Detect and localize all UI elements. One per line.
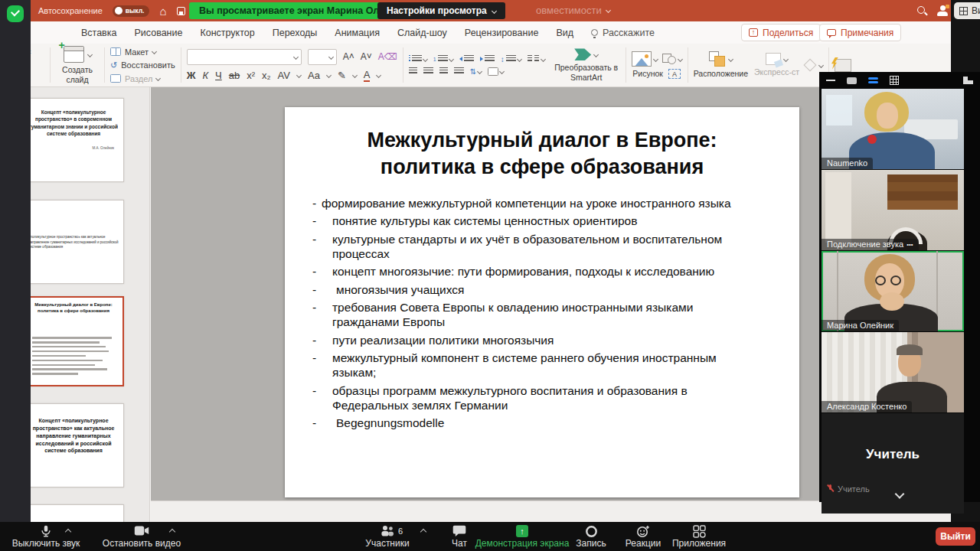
underline-button[interactable]: Ч	[215, 70, 222, 81]
divider	[688, 47, 688, 83]
section-button[interactable]: Раздел	[110, 74, 175, 83]
smartart-button[interactable]: Преобразовать в SmartArt	[553, 48, 620, 81]
speaker-view-icon[interactable]	[847, 77, 857, 84]
divider	[626, 47, 626, 83]
align-left-button[interactable]	[409, 67, 417, 75]
reset-button[interactable]: ↺ Восстановить	[110, 60, 175, 70]
copy-icon[interactable]: ⧉	[31, 60, 44, 70]
increase-indent-button[interactable]	[480, 55, 495, 63]
bold-button[interactable]: Ж	[187, 70, 196, 81]
tab-view[interactable]: Вид	[556, 28, 573, 38]
current-slide[interactable]: Межкультурный диалог в Европе: политика …	[285, 107, 799, 497]
stop-video-button[interactable]: Остановить видео	[92, 522, 191, 551]
popout-panel-icon[interactable]	[963, 77, 973, 84]
tab-draw[interactable]: Рисование	[134, 28, 182, 38]
insert-shape-button[interactable]	[662, 54, 682, 64]
share-button[interactable]: ↑ Поделиться	[741, 24, 821, 41]
reset-icon: ↺	[110, 60, 117, 70]
shrink-font-button[interactable]: A˅	[361, 51, 372, 62]
minimize-icon[interactable]	[826, 80, 835, 81]
share-icon: ↑	[749, 28, 758, 37]
video-tile-marina-oleynik[interactable]: Марина Олейник	[822, 251, 964, 331]
thumbnail-slide-1[interactable]: Концепт «поликультурное пространство» в …	[31, 98, 124, 182]
arrange-button[interactable]: Расположение	[694, 51, 748, 78]
home-icon[interactable]: ⌂	[159, 5, 166, 17]
align-right-button[interactable]	[439, 67, 448, 75]
cut-icon[interactable]: ✂	[31, 47, 44, 57]
thumbnail-slide-2[interactable]: «поликультурное пространство» как актуал…	[31, 200, 124, 284]
superscript-button[interactable]: x²	[247, 70, 255, 81]
apps-button[interactable]: Приложения	[671, 522, 727, 551]
tab-animations[interactable]: Анимация	[335, 28, 380, 38]
share-screen-button[interactable]: ↑ Демонстрация экрана	[469, 522, 576, 551]
align-text-button[interactable]	[488, 67, 504, 76]
strikethrough-button[interactable]: ab	[229, 70, 240, 81]
quick-styles-button[interactable]: Экспресс-ст	[754, 53, 799, 77]
textbox-button[interactable]: A	[668, 69, 681, 79]
shield-check-icon[interactable]	[7, 5, 24, 22]
thumbnail-slide-3-selected[interactable]: Межкультурный диалог в Европе: политика …	[31, 296, 124, 386]
tab-design[interactable]: Конструктор	[200, 28, 254, 38]
gallery-view-icon[interactable]	[868, 77, 878, 84]
tab-transitions[interactable]: Переходы	[273, 28, 318, 38]
chevron-down-icon	[326, 72, 332, 77]
view-settings-button[interactable]: Настройки просмотра	[377, 2, 505, 19]
font-name-select[interactable]	[187, 49, 302, 65]
tell-me-button[interactable]: Расскажите	[591, 28, 655, 38]
share-label: Поделиться	[763, 28, 813, 38]
title-dropdown-icon	[606, 8, 611, 13]
tab-insert[interactable]: Вставка	[81, 28, 116, 38]
leave-meeting-button[interactable]: Выйти	[936, 527, 975, 546]
chevron-down-icon	[352, 72, 358, 77]
change-case-button[interactable]: Aa	[308, 70, 320, 81]
format-painter-icon[interactable]: ✎	[31, 73, 44, 83]
line-spacing-button[interactable]: ↕	[501, 55, 521, 64]
bullets-button[interactable]	[409, 55, 427, 63]
video-options-chevron-icon[interactable]	[169, 529, 175, 535]
highlight-pen-icon[interactable]: ✎	[338, 70, 346, 81]
search-icon[interactable]	[917, 6, 927, 16]
save-icon[interactable]	[177, 7, 185, 15]
new-slide-button[interactable]: + Создать слайд	[56, 46, 99, 83]
tab-review[interactable]: Рецензирование	[465, 28, 539, 38]
participants-chevron-icon[interactable]	[420, 529, 426, 535]
italic-button[interactable]: К	[202, 70, 208, 81]
decrease-indent-button[interactable]	[459, 55, 474, 63]
thumbnail-title: Концепт «поликультурное пространство» ка…	[31, 417, 120, 455]
thumbnail-slide-5[interactable]	[31, 504, 124, 522]
text-direction-button[interactable]: ⇅	[470, 67, 482, 76]
mute-button[interactable]: Выключить звук	[0, 522, 92, 551]
layout-button[interactable]: Макет	[110, 47, 175, 57]
numbering-button[interactable]: 1	[433, 55, 453, 63]
align-justify-button[interactable]	[454, 67, 464, 75]
insert-picture-button[interactable]	[632, 51, 658, 67]
columns-button[interactable]	[528, 55, 545, 63]
designer-button[interactable]	[835, 59, 851, 72]
bullet-dash: -	[312, 196, 322, 211]
shape-fill-button[interactable]	[805, 60, 823, 70]
participants-button[interactable]: Участники 6	[349, 522, 426, 551]
font-size-select[interactable]	[308, 49, 337, 65]
align-center-button[interactable]	[423, 67, 433, 75]
tab-slideshow[interactable]: Слайд-шоу	[397, 28, 447, 38]
thumbnail-slide-4[interactable]: Концепт «поликультурное пространство» ка…	[31, 403, 124, 487]
grid-view-icon[interactable]	[890, 76, 899, 85]
record-button[interactable]: Запись	[568, 522, 614, 551]
zoom-view-button[interactable]: Вид	[954, 2, 980, 19]
font-color-button[interactable]: A	[364, 69, 371, 82]
grow-font-button[interactable]: A˄	[343, 51, 354, 62]
video-tile-alexander-kostenko[interactable]: Александр Костенко	[822, 332, 964, 412]
char-spacing-button[interactable]: AV	[278, 70, 290, 81]
clear-format-button[interactable]: A⌫	[378, 51, 397, 62]
video-tile-teacher[interactable]: Учитель Учитель	[822, 413, 964, 514]
video-tile-naumenko[interactable]: Naumenko	[822, 89, 964, 169]
mic-options-chevron-icon[interactable]	[65, 529, 71, 535]
reactions-button[interactable]: Реакции	[620, 522, 666, 551]
divider	[181, 47, 181, 83]
subscript-button[interactable]: x₂	[262, 70, 271, 81]
view-settings-label: Настройки просмотра	[387, 5, 487, 16]
video-tile-connecting-audio[interactable]: Подключение звука•••	[822, 170, 964, 250]
autosave-toggle[interactable]: выкл.	[113, 5, 150, 17]
comments-button[interactable]: Примечания	[819, 24, 901, 41]
layout-label: Макет	[125, 47, 149, 57]
